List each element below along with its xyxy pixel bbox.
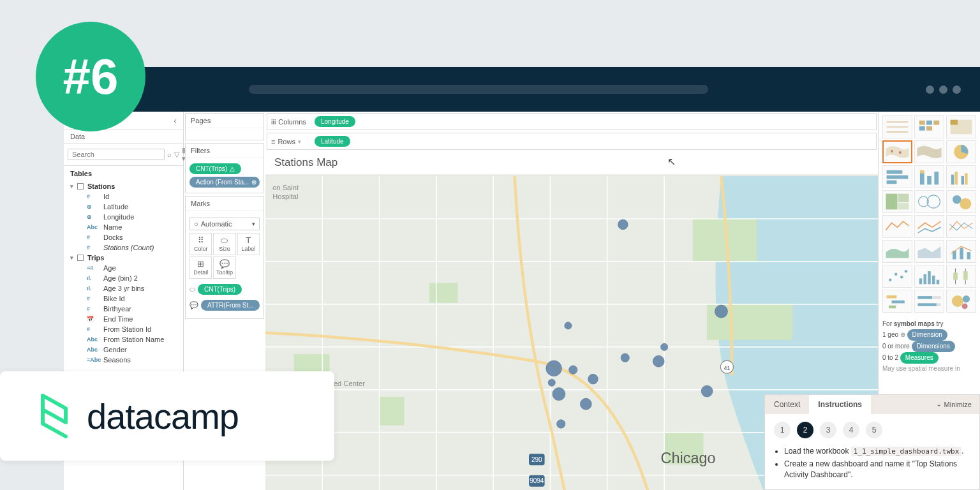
svg-rect-71 bbox=[898, 194, 909, 203]
viz-type-pie[interactable] bbox=[946, 140, 976, 163]
marks-size-button[interactable]: ⬭Size bbox=[213, 233, 235, 255]
viz-type-heat[interactable] bbox=[914, 115, 944, 138]
field-latitude[interactable]: ⊕Latitude bbox=[64, 202, 183, 212]
tab-context[interactable]: Context bbox=[765, 395, 809, 414]
field-longitude[interactable]: ⊕Longitude bbox=[64, 212, 183, 222]
field-stations-count[interactable]: #Stations (Count) bbox=[64, 242, 183, 253]
viz-type-stacked-bar[interactable] bbox=[914, 165, 944, 188]
datacamp-wordmark: datacamp bbox=[87, 396, 239, 437]
svg-rect-66 bbox=[951, 175, 954, 185]
field-name[interactable]: AbcName bbox=[64, 222, 183, 232]
viz-type-area-cont[interactable] bbox=[882, 240, 912, 263]
mark-pill-size[interactable]: ⬭CNT(Trips) bbox=[189, 283, 260, 296]
viz-type-gantt[interactable] bbox=[882, 290, 912, 313]
viz-type-bullet[interactable] bbox=[914, 290, 944, 313]
svg-point-37 bbox=[661, 343, 668, 350]
datacamp-logo-icon bbox=[33, 393, 75, 439]
size-icon: ⬭ bbox=[189, 285, 195, 293]
svg-rect-51 bbox=[933, 121, 939, 125]
marks-type-dropdown[interactable]: Automatic bbox=[189, 218, 260, 230]
collapse-icon[interactable]: ‹ bbox=[174, 115, 177, 126]
minimize-button[interactable]: ⌄Minimize bbox=[928, 395, 979, 413]
svg-point-102 bbox=[962, 303, 968, 309]
viz-type-circle[interactable] bbox=[914, 190, 944, 213]
field-from-station-id[interactable]: #From Station Id bbox=[64, 324, 183, 334]
filter-icon[interactable]: ▽ bbox=[174, 151, 179, 159]
viz-type-histogram[interactable] bbox=[914, 265, 944, 288]
geo-icon: ⊕ bbox=[900, 331, 905, 338]
marks-tooltip-button[interactable]: 💬Tooltip bbox=[213, 256, 235, 279]
marks-card[interactable]: Marks Automatic ⠿Color ⬭Size TLabel ⊞Det… bbox=[185, 196, 264, 319]
data-source-row[interactable]: Data bbox=[64, 130, 183, 144]
field-age[interactable]: =#Age bbox=[64, 263, 183, 273]
field-id[interactable]: #Id bbox=[64, 191, 183, 202]
field-bike-id[interactable]: #Bike Id bbox=[64, 293, 183, 304]
viz-type-line-cont[interactable] bbox=[882, 215, 912, 238]
step-1[interactable]: 1 bbox=[774, 422, 791, 438]
field-end-time[interactable]: 📅End Time bbox=[64, 314, 183, 324]
instruction-item: Create a new dashboard and name it "Top … bbox=[784, 459, 968, 480]
mark-pill-tooltip[interactable]: 💬ATTR(From St... bbox=[189, 299, 260, 312]
svg-rect-60 bbox=[887, 175, 909, 179]
rows-pill-latitude[interactable]: Latitude bbox=[315, 136, 350, 147]
viz-type-dual-line[interactable] bbox=[946, 215, 976, 238]
step-3[interactable]: 3 bbox=[820, 422, 836, 438]
svg-rect-50 bbox=[926, 121, 932, 125]
viz-type-filled-map[interactable] bbox=[914, 140, 944, 163]
filter-pill-action[interactable]: Action (From Sta...⊗ bbox=[189, 177, 260, 188]
viz-type-hbar[interactable] bbox=[882, 165, 912, 188]
marks-color-button[interactable]: ⠿Color bbox=[189, 233, 212, 255]
field-age-3yr-bins[interactable]: ıl.Age 3 yr bins bbox=[64, 283, 183, 293]
field-from-station-name[interactable]: AbcFrom Station Name bbox=[64, 334, 183, 345]
badge-circle: #6 bbox=[36, 22, 145, 131]
viz-type-bubble[interactable] bbox=[946, 190, 976, 213]
rows-shelf[interactable]: ≡ Rows ▾ Latitude bbox=[267, 133, 877, 150]
step-4[interactable]: 4 bbox=[843, 422, 859, 438]
field-seasons[interactable]: =AbcSeasons bbox=[64, 355, 183, 365]
field-age-bin-2[interactable]: ıl.Age (bin) 2 bbox=[64, 273, 183, 283]
columns-icon: iii bbox=[271, 118, 276, 126]
viz-type-highlight[interactable] bbox=[946, 115, 976, 138]
marks-detail-button[interactable]: ⊞Detail bbox=[189, 256, 212, 279]
url-bar[interactable] bbox=[249, 85, 708, 94]
svg-text:41: 41 bbox=[724, 365, 730, 371]
dot-icon[interactable] bbox=[926, 85, 934, 94]
svg-rect-2 bbox=[380, 397, 405, 426]
dot-icon[interactable] bbox=[939, 85, 947, 94]
tables-header: Tables bbox=[64, 166, 183, 181]
svg-point-101 bbox=[963, 295, 970, 302]
field-gender[interactable]: AbcGender bbox=[64, 345, 183, 355]
step-2[interactable]: 2 bbox=[797, 422, 813, 438]
marks-label-button[interactable]: TLabel bbox=[237, 233, 260, 255]
filter-pill-cnt-trips[interactable]: CNT(Trips)△ bbox=[189, 163, 241, 174]
viz-type-treemap[interactable] bbox=[882, 190, 912, 213]
viz-type-side-bar[interactable] bbox=[946, 165, 976, 188]
viz-type-box[interactable] bbox=[946, 265, 976, 288]
field-docks[interactable]: #Docks bbox=[64, 232, 183, 242]
dot-icon[interactable] bbox=[953, 85, 961, 94]
columns-pill-longitude[interactable]: Longitude bbox=[315, 116, 355, 127]
geo-icon: ⊕ bbox=[87, 214, 100, 220]
svg-rect-72 bbox=[898, 203, 909, 209]
number-icon: # bbox=[87, 306, 100, 312]
viz-type-text[interactable] bbox=[882, 115, 912, 138]
search-input[interactable] bbox=[68, 149, 165, 160]
viz-type-line-disc[interactable] bbox=[914, 215, 944, 238]
pages-card[interactable]: Pages bbox=[185, 113, 264, 140]
worksheet-title[interactable]: Stations Map bbox=[265, 151, 878, 175]
tab-instructions[interactable]: Instructions bbox=[809, 395, 871, 414]
viz-type-scatter[interactable] bbox=[882, 265, 912, 288]
svg-point-35 bbox=[621, 353, 629, 362]
filters-card[interactable]: Filters CNT(Trips)△ Action (From Sta...⊗ bbox=[185, 143, 264, 193]
table-stations[interactable]: Stations bbox=[64, 181, 183, 191]
viz-type-symbol-map[interactable] bbox=[882, 140, 912, 163]
tooltip-icon: 💬 bbox=[215, 260, 234, 269]
search-icon[interactable]: ⌕ bbox=[167, 151, 172, 158]
columns-shelf[interactable]: iii Columns Longitude bbox=[267, 113, 877, 130]
viz-type-dual-combo[interactable] bbox=[946, 240, 976, 263]
step-5[interactable]: 5 bbox=[866, 422, 882, 438]
viz-type-area-disc[interactable] bbox=[914, 240, 944, 263]
table-trips[interactable]: Trips bbox=[64, 253, 183, 263]
field-birthyear[interactable]: #Birthyear bbox=[64, 304, 183, 314]
viz-type-packed-bubble[interactable] bbox=[946, 290, 976, 313]
